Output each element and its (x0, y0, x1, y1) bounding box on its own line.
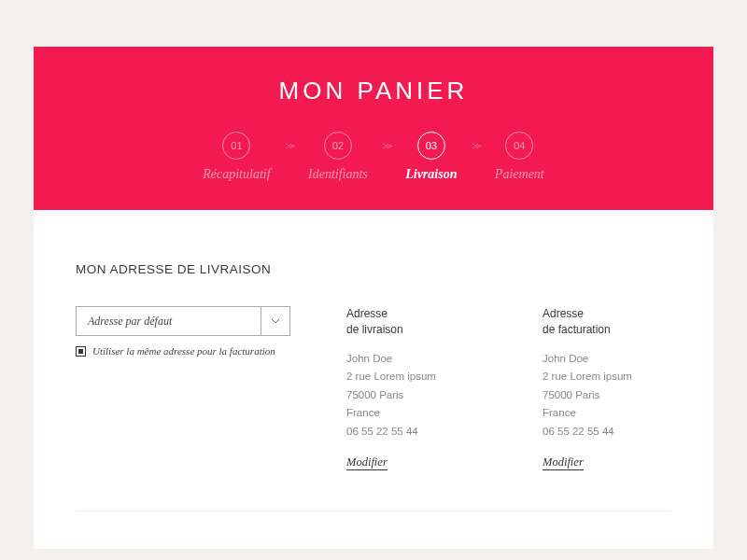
address-phone: 06 55 22 55 44 (543, 423, 683, 441)
chevron-down-icon[interactable] (261, 307, 289, 335)
step-label: Identifiants (308, 167, 368, 182)
section-title: MON ADRESSE DE LIVRAISON (76, 262, 671, 276)
step-label: Paiement (495, 167, 544, 182)
page-title: MON PANIER (34, 77, 713, 105)
chevron-right-icon: >> (472, 140, 479, 151)
checkout-content: MON ADRESSE DE LIVRAISON Adresse par déf… (34, 210, 713, 549)
step-recap[interactable]: 01 Récapitulatif (203, 132, 270, 182)
step-identifiants[interactable]: 02 Identifiants (308, 132, 368, 182)
address-selector-column: Adresse par défaut Utiliser la même adre… (76, 306, 290, 469)
shipping-address-title: Adresse de livraison (346, 306, 486, 338)
title-line: Adresse (543, 306, 683, 322)
step-number: 03 (417, 132, 445, 160)
checkout-header: MON PANIER 01 Récapitulatif >> 02 Identi… (34, 47, 713, 210)
modify-shipping-link[interactable]: Modifier (346, 455, 388, 470)
title-line: de facturation (543, 322, 683, 338)
step-number: 04 (505, 132, 533, 160)
address-name: John Doe (346, 350, 486, 369)
checkout-container: MON PANIER 01 Récapitulatif >> 02 Identi… (34, 47, 713, 549)
chevron-right-icon: >> (286, 140, 293, 151)
address-country: France (543, 404, 683, 423)
shipping-address-body: John Doe 2 rue Lorem ipsum 75000 Paris F… (346, 350, 486, 441)
billing-address-column: Adresse de facturation John Doe 2 rue Lo… (543, 306, 683, 469)
address-city: 75000 Paris (543, 386, 683, 405)
select-value: Adresse par défaut (77, 307, 261, 335)
billing-address-title: Adresse de facturation (543, 306, 683, 338)
checkout-steps: 01 Récapitulatif >> 02 Identifiants >> 0… (34, 132, 713, 182)
checkbox-label: Utiliser la même adresse pour la factura… (92, 345, 275, 357)
address-street: 2 rue Lorem ipsum (543, 368, 683, 386)
same-address-checkbox-row: Utiliser la même adresse pour la factura… (76, 345, 290, 357)
step-livraison[interactable]: 03 Livraison (405, 132, 457, 182)
step-number: 02 (324, 132, 352, 160)
title-line: Adresse (346, 306, 486, 322)
address-street: 2 rue Lorem ipsum (346, 368, 486, 386)
address-city: 75000 Paris (346, 386, 486, 405)
address-name: John Doe (543, 350, 683, 369)
modify-billing-link[interactable]: Modifier (543, 455, 584, 470)
step-label: Récapitulatif (203, 167, 270, 182)
step-paiement[interactable]: 04 Paiement (495, 132, 544, 182)
billing-address-body: John Doe 2 rue Lorem ipsum 75000 Paris F… (543, 350, 683, 441)
title-line: de livraison (346, 322, 486, 338)
chevron-right-icon: >> (383, 140, 390, 151)
section-divider (76, 511, 671, 511)
address-phone: 06 55 22 55 44 (346, 423, 486, 441)
content-row: Adresse par défaut Utiliser la même adre… (76, 306, 671, 469)
step-number: 01 (222, 132, 250, 160)
address-country: France (346, 404, 486, 423)
same-address-checkbox[interactable] (76, 346, 86, 357)
checkbox-checked-icon (78, 349, 83, 354)
shipping-address-column: Adresse de livraison John Doe 2 rue Lore… (346, 306, 486, 469)
step-label: Livraison (405, 167, 457, 182)
address-select[interactable]: Adresse par défaut (76, 306, 290, 336)
